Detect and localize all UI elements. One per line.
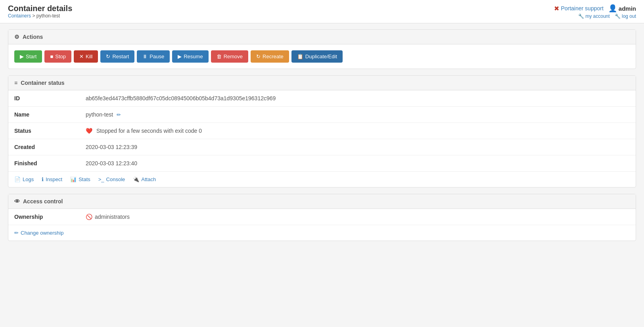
table-row: Created 2020-03-03 12:23:39 [8, 139, 636, 155]
kill-icon: ✕ [79, 54, 84, 59]
attach-link[interactable]: 🔌 Attach [133, 176, 156, 182]
container-action-links: 📄 Logs ℹ Inspect 📊 Stats >_ Console 🔌 At… [8, 171, 636, 187]
actions-panel-body: ▶ Start ■ Stop ✕ Kill ↻ Restart ⏸ [8, 44, 636, 69]
stats-link[interactable]: 📊 Stats [70, 176, 90, 182]
restart-button[interactable]: ↻ Restart [100, 50, 134, 63]
console-link[interactable]: >_ Console [98, 176, 125, 182]
stop-icon: ■ [50, 54, 53, 59]
container-status-title: Container status [21, 80, 64, 86]
pause-icon: ⏸ [142, 54, 148, 59]
no-ownership-icon: 🚫 [86, 214, 92, 220]
my-account-link[interactable]: 🔧 my account [578, 13, 610, 19]
finished-label: Finished [8, 155, 80, 172]
pause-button[interactable]: ⏸ Pause [137, 50, 170, 63]
created-value: 2020-03-03 12:23:39 [80, 139, 636, 155]
status-label: Status [8, 123, 80, 139]
status-table: ID ab65fe3ed4473cffb5880df67c05dc0894500… [8, 90, 636, 171]
restart-icon: ↻ [106, 54, 110, 59]
duplicate-edit-button[interactable]: 📋 Duplicate/Edit [291, 50, 343, 63]
action-buttons-group: ▶ Start ■ Stop ✕ Kill ↻ Restart ⏸ [14, 50, 630, 63]
ownership-label: Ownership [8, 209, 80, 225]
access-control-title: Access control [23, 198, 63, 205]
inspect-link[interactable]: ℹ Inspect [42, 176, 62, 182]
portainer-support-icon: ✖ [554, 5, 559, 12]
attach-icon: 🔌 [133, 176, 139, 182]
play-icon: ▶ [20, 54, 24, 59]
access-control-heading: 👁 Access control [8, 194, 636, 209]
header-links: 🔧 my account 🔧 log out [578, 13, 636, 19]
logs-link[interactable]: 📄 Logs [14, 176, 34, 182]
header-left: Container details Containers > python-te… [8, 4, 72, 19]
actions-panel-title: Actions [23, 34, 43, 40]
recreate-icon: ↻ [256, 54, 261, 59]
status-value: ❤️ Stopped for a few seconds with exit c… [80, 123, 636, 139]
header: Container details Containers > python-te… [0, 0, 644, 23]
ownership-value: 🚫 administrators [86, 214, 630, 220]
portainer-support-label: Portainer support [561, 5, 603, 11]
container-status-heading: ≡ Container status [8, 76, 636, 90]
edit-icon: ✏ [14, 230, 19, 236]
start-button[interactable]: ▶ Start [14, 50, 42, 63]
table-row: Finished 2020-03-03 12:23:40 [8, 155, 636, 172]
resume-button[interactable]: ▶ Resume [172, 50, 208, 63]
id-label: ID [8, 90, 80, 107]
header-right: ✖ Portainer support 👤 admin 🔧 my account… [554, 4, 636, 19]
actions-panel: ⚙ Actions ▶ Start ■ Stop ✕ Kill ↻ [8, 29, 636, 69]
kill-button[interactable]: ✕ Kill [74, 50, 98, 63]
info-icon: ℹ [42, 176, 44, 182]
name-label: Name [8, 107, 80, 123]
breadcrumb: Containers > python-test [8, 13, 72, 19]
logout-icon: 🔧 [615, 13, 621, 19]
table-row: Name python-test ✏ [8, 107, 636, 123]
table-row: ID ab65fe3ed4473cffb5880df67c05dc0894500… [8, 90, 636, 107]
breadcrumb-current: python-test [36, 13, 60, 19]
gear-icon: ⚙ [14, 34, 19, 40]
container-status-panel: ≡ Container status ID ab65fe3ed4473cffb5… [8, 75, 636, 187]
file-icon: 📄 [14, 176, 21, 182]
breadcrumb-parent[interactable]: Containers [8, 13, 31, 19]
actions-panel-heading: ⚙ Actions [8, 30, 636, 44]
status-heart-icon: ❤️ [86, 128, 92, 134]
trash-icon: 🗑 [217, 54, 222, 59]
ownership-value-cell: 🚫 administrators [80, 209, 636, 225]
access-control-panel: 👁 Access control Ownership 🚫 administrat… [8, 194, 636, 241]
change-ownership-link[interactable]: ✏ Change ownership [8, 225, 69, 241]
list-icon: ≡ [14, 80, 17, 86]
table-row: Status ❤️ Stopped for a few seconds with… [8, 123, 636, 139]
logout-link[interactable]: 🔧 log out [615, 13, 636, 19]
page-title: Container details [8, 4, 72, 13]
breadcrumb-separator: > [32, 13, 36, 19]
recreate-button[interactable]: ↻ Recreate [251, 50, 289, 63]
admin-icon: 👤 [608, 4, 617, 13]
ownership-table: Ownership 🚫 administrators [8, 209, 636, 225]
portainer-support-link[interactable]: ✖ Portainer support [554, 5, 603, 12]
admin-label: admin [619, 5, 636, 12]
header-right-top: ✖ Portainer support 👤 admin [554, 4, 636, 13]
name-value: python-test ✏ [80, 107, 636, 123]
terminal-icon: >_ [98, 176, 104, 182]
created-label: Created [8, 139, 80, 155]
remove-button[interactable]: 🗑 Remove [211, 50, 248, 63]
wrench-icon: 🔧 [578, 13, 584, 19]
finished-value: 2020-03-03 12:23:40 [80, 155, 636, 172]
admin-user: 👤 admin [608, 4, 636, 13]
name-edit-icon[interactable]: ✏ [117, 112, 121, 118]
duplicate-icon: 📋 [297, 54, 303, 59]
chart-icon: 📊 [70, 176, 77, 182]
eye-icon: 👁 [14, 198, 20, 205]
table-row: Ownership 🚫 administrators [8, 209, 636, 225]
stop-button[interactable]: ■ Stop [44, 50, 71, 63]
id-value: ab65fe3ed4473cffb5880df67c05dc08945006b0… [80, 90, 636, 107]
resume-icon: ▶ [178, 54, 182, 59]
main-content: ⚙ Actions ▶ Start ■ Stop ✕ Kill ↻ [0, 23, 644, 253]
